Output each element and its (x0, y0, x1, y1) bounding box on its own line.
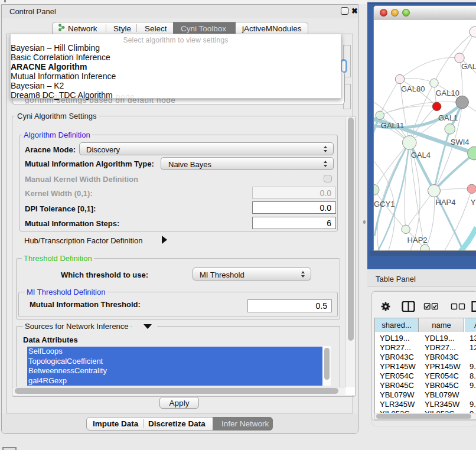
svg-text:GCY1: GCY1 (374, 200, 395, 208)
svg-text:GAL1: GAL1 (438, 113, 458, 122)
svg-text:GAL10: GAL10 (436, 89, 459, 97)
svg-text:HAP4: HAP4 (436, 198, 456, 207)
svg-text:Y: Y (471, 198, 476, 207)
svg-text:SWI4: SWI4 (451, 138, 470, 146)
svg-text:GAL4: GAL4 (411, 151, 431, 159)
svg-text:GAL80: GAL80 (401, 84, 425, 93)
svg-text:GAL2: GAL2 (461, 62, 476, 71)
svg-text:HAP2: HAP2 (407, 236, 428, 244)
svg-text:GAL11: GAL11 (381, 121, 405, 130)
